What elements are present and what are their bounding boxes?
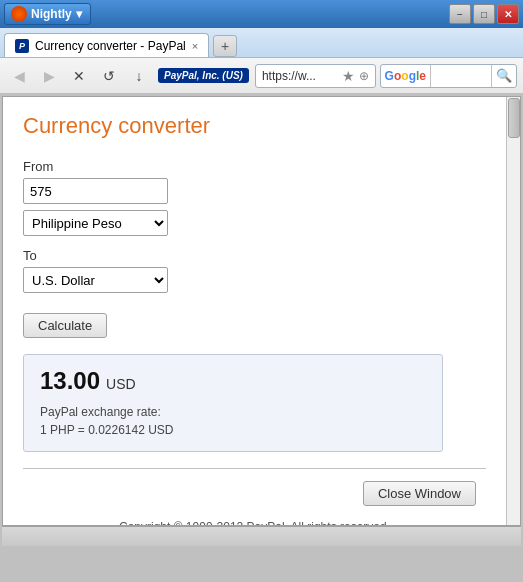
amount-input[interactable] [23, 178, 168, 204]
page-title: Currency converter [23, 113, 486, 139]
nav-bar: ◀ ▶ ✕ ↺ ↓ PayPal, Inc. (US) https://w...… [0, 58, 523, 94]
search-input[interactable] [431, 69, 491, 83]
site-identity-badge: PayPal, Inc. (US) [158, 68, 249, 83]
from-label: From [23, 159, 486, 174]
to-section: To U.S. Dollar Euro British Pound Japane… [23, 248, 486, 293]
rate-label: PayPal exchange rate: [40, 405, 161, 419]
result-value: 13.00 [40, 367, 100, 395]
download-button[interactable]: ↓ [126, 64, 152, 88]
google-e: e [419, 69, 426, 83]
minimize-button[interactable]: − [449, 4, 471, 24]
url-text: https://w... [262, 69, 316, 83]
close-window-button[interactable]: Close Window [363, 481, 476, 506]
dropdown-chevron-icon: ▾ [76, 7, 82, 21]
stop-button[interactable]: ✕ [66, 64, 92, 88]
from-section: From Philippine Peso U.S. Dollar Euro Br… [23, 159, 486, 236]
restore-button[interactable]: □ [473, 4, 495, 24]
refresh-button[interactable]: ↺ [96, 64, 122, 88]
to-currency-select[interactable]: U.S. Dollar Euro British Pound Japanese … [23, 267, 168, 293]
result-currency-label: USD [106, 376, 136, 392]
firefox-icon [11, 6, 27, 22]
to-label: To [23, 248, 486, 263]
app-name-label: Nightly [31, 7, 72, 21]
browser-content: Currency converter From Philippine Peso … [2, 96, 521, 526]
close-button[interactable]: ✕ [497, 4, 519, 24]
share-icon[interactable]: ⊕ [359, 69, 369, 83]
search-engine-badge: G o o g l e [381, 65, 431, 87]
title-bar: Nightly ▾ − □ ✕ [0, 0, 523, 28]
scrollbar-track[interactable] [506, 97, 520, 525]
result-box: 13.00 USD PayPal exchange rate: 1 PHP = … [23, 354, 443, 452]
back-button[interactable]: ◀ [6, 64, 32, 88]
calculate-button[interactable]: Calculate [23, 313, 107, 338]
google-o1: o [394, 69, 401, 83]
forward-button[interactable]: ▶ [36, 64, 62, 88]
divider [23, 468, 486, 469]
tab-title: Currency converter - PayPal [35, 39, 186, 53]
close-window-row: Close Window [23, 481, 486, 506]
page-content: Currency converter From Philippine Peso … [3, 97, 506, 526]
nightly-menu-button[interactable]: Nightly ▾ [4, 3, 91, 25]
search-box[interactable]: G o o g l e 🔍 [380, 64, 517, 88]
google-g: G [385, 69, 394, 83]
bookmark-star-icon[interactable]: ★ [342, 68, 355, 84]
copyright-text: Copyright © 1999-2012 PayPal. All rights… [23, 520, 486, 526]
google-g2: g [409, 69, 416, 83]
active-tab[interactable]: P Currency converter - PayPal × [4, 33, 209, 57]
tab-bar: P Currency converter - PayPal × + [0, 28, 523, 58]
scrollbar-thumb[interactable] [508, 98, 520, 138]
status-bar [2, 526, 521, 546]
tab-close-button[interactable]: × [192, 40, 198, 52]
from-currency-select[interactable]: Philippine Peso U.S. Dollar Euro British… [23, 210, 168, 236]
result-rate: PayPal exchange rate: 1 PHP = 0.0226142 … [40, 403, 426, 439]
url-bar[interactable]: https://w... ★ ⊕ [255, 64, 376, 88]
result-amount: 13.00 USD [40, 367, 426, 395]
search-go-button[interactable]: 🔍 [491, 65, 516, 87]
tab-favicon: P [15, 39, 29, 53]
window-controls: − □ ✕ [449, 4, 519, 24]
google-o2: o [401, 69, 408, 83]
title-bar-left: Nightly ▾ [4, 3, 91, 25]
rate-value: 1 PHP = 0.0226142 USD [40, 423, 174, 437]
new-tab-button[interactable]: + [213, 35, 237, 57]
